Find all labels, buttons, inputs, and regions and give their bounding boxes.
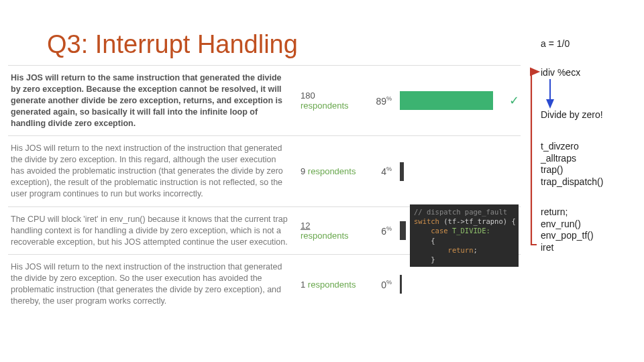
poll-percent-value: 89 [376, 96, 386, 107]
code-keyword: case [414, 227, 448, 235]
poll-results: His JOS will return to the same instruct… [8, 65, 521, 314]
flow-return-stack: return; env_run() env_pop_tf() iret [541, 206, 594, 253]
poll-bar-fill [400, 221, 406, 240]
poll-option-rest: The CPU will block 'iret' in env_run() b… [11, 215, 288, 247]
poll-respondents-num: 180 [301, 90, 315, 101]
code-comment: // dispatch page_fault [414, 208, 507, 216]
code-keyword: switch [414, 217, 439, 225]
code-const: T_DIVIDE: [448, 227, 490, 235]
correct-check-icon: ✓ [507, 93, 521, 108]
poll-option-text: His JOS will return to the next instruct… [8, 139, 297, 203]
poll-option-text: His JOS will return to the same instruct… [8, 68, 297, 133]
poll-percent: 6% [364, 225, 396, 237]
poll-respondents-num: 9 [301, 166, 305, 176]
poll-respondents-num: 1 [301, 280, 305, 290]
poll-respondents-label: respondents [301, 231, 349, 241]
flow-asm: idiv %ecx [541, 67, 580, 79]
poll-respondents: 180 respondents [297, 90, 364, 111]
poll-respondents: 1 respondents [297, 280, 364, 290]
code-text: ; [474, 246, 478, 254]
flow-trap-stack: t_divzero _alltraps trap() trap_dispatch… [541, 141, 603, 188]
poll-option-text: His JOS will return to the next instruct… [8, 257, 297, 311]
poll-bar-fill [400, 162, 404, 181]
poll-option-rest: His JOS will return to the next instruct… [11, 143, 283, 198]
poll-percent-value: 6 [381, 225, 386, 236]
poll-bar-fill [400, 275, 402, 294]
poll-bar [400, 275, 504, 294]
flow-exception: Divide by zero! [541, 109, 603, 121]
poll-percent: 89% [364, 95, 396, 107]
poll-respondents-label: respondents [308, 166, 356, 176]
slide-title: Q3: Interrupt Handling [47, 30, 298, 59]
poll-percent-value: 0 [381, 279, 386, 290]
poll-row: His JOS will return to the next instruct… [8, 135, 521, 206]
poll-percent: 4% [364, 166, 396, 177]
poll-respondents-num: 12 [301, 221, 310, 231]
code-keyword: return [414, 246, 474, 254]
flow-expr: a = 1/0 [541, 38, 570, 50]
poll-bar-fill [400, 91, 493, 110]
code-text: { [414, 237, 435, 245]
poll-option-rest: His JOS will return to the next instruct… [11, 262, 282, 306]
poll-option-bold: His JOS will return to the same instruct… [11, 73, 282, 128]
poll-respondents: 9 respondents [297, 166, 364, 176]
code-text: } [414, 255, 435, 263]
poll-row: His JOS will return to the same instruct… [8, 65, 521, 135]
poll-percent: 0% [364, 279, 396, 290]
poll-bar [400, 91, 504, 110]
poll-respondents-label: respondents [301, 101, 349, 111]
poll-respondents: 12 respondents [297, 221, 364, 241]
poll-bar [400, 162, 504, 181]
poll-percent-value: 4 [381, 166, 386, 177]
code-snippet: // dispatch page_fault switch (tf->tf_tr… [410, 204, 519, 267]
code-text: (tf->tf_trapno) { [439, 217, 516, 225]
poll-respondents-label: respondents [308, 280, 356, 290]
poll-option-text: The CPU will block 'iret' in env_run() b… [8, 210, 297, 252]
